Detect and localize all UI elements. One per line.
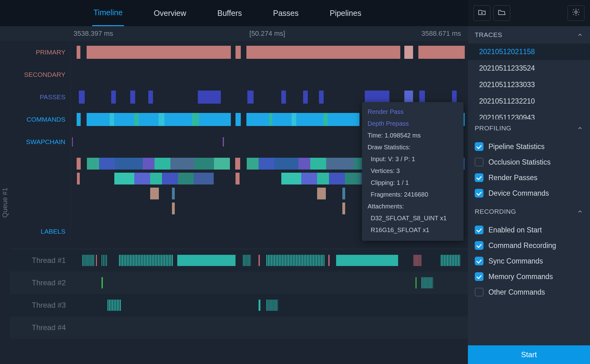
option-memory-commands[interactable]: Memory Commands [468,269,590,284]
checkbox[interactable] [475,288,483,296]
pass-bar[interactable] [198,91,221,104]
thread-event[interactable] [177,255,236,266]
checkbox[interactable] [475,158,483,166]
start-button[interactable]: Start [468,345,590,364]
thread-event[interactable] [259,255,260,266]
checkbox[interactable] [475,173,483,182]
open-folder-button[interactable] [493,5,510,21]
thread-event[interactable] [259,300,260,311]
trace-item[interactable]: 20210511232210 [468,93,590,110]
thread-content[interactable] [80,249,468,272]
command-bar[interactable] [246,113,359,126]
label-bar[interactable] [326,158,354,170]
label-bar[interactable] [259,158,274,170]
checkbox[interactable] [475,241,483,250]
thread-event[interactable] [243,255,251,266]
option-render-passes[interactable]: Render Passes [468,170,590,185]
thread-content[interactable] [80,316,468,339]
label-bar[interactable] [155,158,170,170]
time-ruler[interactable]: 3538.397 ms [50.274 ms] 3588.671 ms [0,26,468,41]
thread-event[interactable] [421,277,433,288]
row-primary[interactable] [70,41,468,63]
tab-overview[interactable]: Overview [153,1,188,26]
label-bar[interactable] [134,173,150,184]
primary-bar[interactable] [236,46,241,59]
pass-bar[interactable] [281,91,286,104]
label-bar[interactable] [77,173,80,184]
pass-bar[interactable] [319,91,324,104]
pass-bar[interactable] [148,91,153,104]
label-bar[interactable] [162,173,178,184]
label-bar[interactable] [298,158,310,170]
trace-item[interactable]: 20210511233033 [468,77,590,93]
pass-bar[interactable] [404,91,413,104]
label-bar[interactable] [236,173,240,184]
label-bar[interactable] [194,158,214,170]
tab-buffers[interactable]: Buffers [216,1,243,26]
label-bar[interactable] [172,203,175,214]
track-content[interactable]: Render Pass Depth Prepass Time: 1.098542… [70,41,468,249]
thread-event[interactable] [416,277,416,288]
pass-bar[interactable] [419,91,425,104]
label-bar[interactable] [170,158,194,170]
label-bar[interactable] [281,173,301,184]
thread-event[interactable] [107,300,121,311]
option-sync-commands[interactable]: Sync Commands [468,253,590,269]
thread-event[interactable] [82,255,94,266]
primary-bar[interactable] [87,46,231,59]
thread-event[interactable] [96,255,97,266]
trace-item[interactable]: 20210511233524 [468,60,590,77]
primary-bar[interactable] [77,46,80,59]
pass-bar[interactable] [452,91,457,104]
tab-timeline[interactable]: Timeline [92,0,124,26]
label-bar[interactable] [329,173,345,184]
label-bar[interactable] [345,173,361,184]
label-bar[interactable] [317,188,326,199]
option-command-recording[interactable]: Command Recording [468,238,590,253]
label-bar[interactable] [310,158,326,170]
thread-event[interactable] [336,255,398,266]
option-pipeline-statistics[interactable]: Pipeline Statistics [468,139,590,154]
thread-row[interactable]: Thread #2 [10,272,468,294]
timeline-area[interactable]: Queue #1 PRIMARY SECONDARY PASSES COMMAN… [0,41,468,364]
section-head-profiling[interactable]: PROFILING [468,119,590,137]
thread-event[interactable] [414,255,421,266]
label-bar[interactable] [274,158,298,170]
thread-event[interactable] [102,277,102,288]
label-bar[interactable] [87,158,99,170]
label-bar[interactable] [99,158,115,170]
thread-content[interactable] [80,294,468,316]
thread-event[interactable] [266,255,325,266]
checkbox[interactable] [475,189,483,198]
checkbox[interactable] [475,142,483,151]
option-enabled-on-start[interactable]: Enabled on Start [468,222,590,238]
label-bar[interactable] [150,173,162,184]
checkbox[interactable] [475,257,483,265]
checkbox[interactable] [475,226,483,234]
pass-bar[interactable] [130,91,135,104]
label-bar[interactable] [342,188,345,199]
pass-bar[interactable] [79,91,85,104]
trace-item[interactable]: 20210511230943 [468,110,590,119]
pass-bar[interactable] [365,91,389,104]
trace-item[interactable]: 20210512021158 [468,44,590,60]
swapchain-bar[interactable] [72,137,73,147]
command-bar[interactable] [236,113,241,126]
thread-content[interactable] [80,272,468,294]
tab-pipelines[interactable]: Pipelines [328,1,362,26]
label-bar[interactable] [143,158,155,170]
primary-bar[interactable] [404,46,413,59]
swapchain-bar[interactable] [223,137,224,147]
primary-bar[interactable] [418,46,465,59]
option-device-commands[interactable]: Device Commands [468,185,590,201]
row-secondary[interactable] [70,63,468,86]
pass-bar[interactable] [111,91,116,104]
thread-row[interactable]: Thread #3 [10,294,468,316]
label-bar[interactable] [150,188,159,199]
checkbox[interactable] [475,272,483,281]
thread-event[interactable] [119,255,173,266]
thread-event[interactable] [441,255,460,266]
thread-event[interactable] [266,300,278,311]
option-occlusion-statistics[interactable]: Occlusion Statistics [468,154,590,170]
primary-bar[interactable] [246,46,401,59]
